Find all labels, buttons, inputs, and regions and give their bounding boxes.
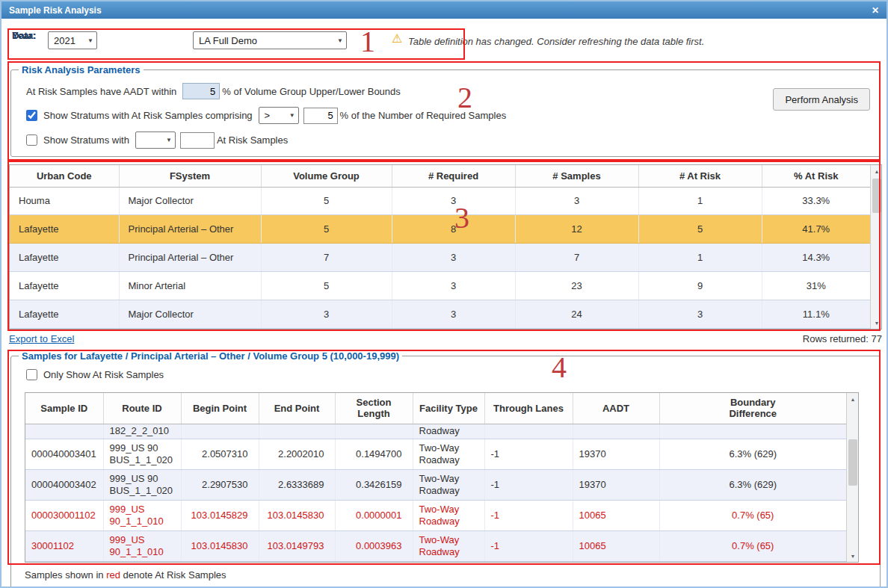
aadt-threshold-row: At Risk Samples have AADT within % of Vo… xyxy=(26,83,872,99)
stratum-scrollbar-thumb[interactable] xyxy=(872,179,881,213)
samples-column-header: Section Length xyxy=(335,393,413,424)
stratum-cell: 7 xyxy=(515,244,638,272)
aadt-threshold-input[interactable] xyxy=(182,83,220,99)
samples-row: 182_2_2_010Roadway xyxy=(25,424,846,439)
rows-returned-label: Rows returned: 77 xyxy=(803,333,882,344)
stratum-table-container: Urban CodeFSystemVolume Group# Required#… xyxy=(9,164,882,329)
samples-column-header: Boundary Difference xyxy=(659,393,846,424)
stratum-percent-operator-select[interactable]: > ▼ xyxy=(259,107,299,124)
samples-cell xyxy=(25,561,103,563)
scroll-down-icon[interactable]: ▼ xyxy=(847,550,859,562)
stratum-cell: 3 xyxy=(392,244,515,272)
samples-cell: -1 xyxy=(484,500,573,530)
samples-column-header-label: AADT xyxy=(602,403,629,414)
warning-text: Table definition has changed. Consider r… xyxy=(408,36,704,47)
scroll-up-icon[interactable]: ▲ xyxy=(847,393,859,405)
samples-cell: Two-Way Roadway xyxy=(413,439,484,469)
stratum-cell: 41.7% xyxy=(762,215,870,244)
samples-cell xyxy=(335,424,413,439)
stratum-percent-operator-value: > xyxy=(265,110,271,121)
stratum-column-header-label: FSystem xyxy=(170,170,210,182)
stratum-column-header-label: # At Risk xyxy=(679,170,721,182)
perform-analysis-button[interactable]: Perform Analysis xyxy=(773,88,870,111)
samples-cell: 6.3% (629) xyxy=(659,469,846,500)
samples-cell: 103.0145829 xyxy=(181,500,259,530)
scroll-up-icon[interactable]: ▲ xyxy=(871,165,882,177)
samples-cell: 0.0003963 xyxy=(335,530,413,561)
export-to-excel-link[interactable]: Export to Excel xyxy=(9,333,74,344)
samples-cell: 19370 xyxy=(573,469,659,500)
stratum-scrollbar[interactable]: ▲ ▼ xyxy=(870,165,882,329)
aadt-suffix-label: % of Volume Group Upper/Lower Bounds xyxy=(222,86,400,97)
samples-column-header: End Point xyxy=(259,393,335,424)
samples-cell: 999_US 90 BUS_1_1_020 xyxy=(103,439,181,469)
samples-cell: Roadway xyxy=(413,424,484,439)
stratum-row[interactable]: LafayettePrincipal Arterial – Other73711… xyxy=(10,244,870,272)
year-select-value: 2021 xyxy=(54,35,75,46)
samples-cell: 103.0145830 xyxy=(259,500,335,530)
samples-cell: 999_US 90_1_1_010 xyxy=(103,500,181,530)
year-select[interactable]: 2021 ▼ xyxy=(48,31,97,49)
samples-table-body: 182_2_2_010Roadway000040003401999_US 90 … xyxy=(25,424,846,563)
only-at-risk-checkbox[interactable] xyxy=(26,369,37,380)
stratum-cell: 3 xyxy=(515,187,638,215)
stratum-row[interactable]: HoumaMajor Collector533133.3% xyxy=(10,187,870,215)
stratum-cell: Principal Arterial – Other xyxy=(119,244,261,272)
samples-cell: 0.1494700 xyxy=(335,439,413,469)
stratum-cell: 12 xyxy=(515,215,638,244)
stratum-cell: 23 xyxy=(515,272,638,300)
stratum-column-header: Volume Group xyxy=(261,165,392,187)
samples-cell: 10065 xyxy=(573,500,659,530)
chevron-down-icon: ▼ xyxy=(87,37,93,44)
stratum-row[interactable]: LafayettePrincipal Arterial – Other58125… xyxy=(10,215,870,244)
stratum-cell: 31% xyxy=(762,272,870,300)
samples-table: Sample IDRoute IDBegin PointEnd PointSec… xyxy=(25,393,846,563)
samples-cell: 103.0149793 xyxy=(259,530,335,561)
samples-scrollbar[interactable]: ▲ ▼ xyxy=(846,393,859,562)
data-select[interactable]: LA Full Demo ▼ xyxy=(193,31,347,49)
stratum-cell: 3 xyxy=(392,300,515,329)
samples-column-header-label: Facility Type xyxy=(419,403,478,414)
samples-cell: Two-Way Roadway xyxy=(413,500,484,530)
stratum-column-header: Urban Code xyxy=(10,165,119,187)
stratum-cell: Minor Arterial xyxy=(119,272,261,300)
stratum-count-prefix-label: Show Stratums with xyxy=(43,134,129,146)
samples-header-row: Sample IDRoute IDBegin PointEnd PointSec… xyxy=(25,393,846,424)
samples-column-header: Begin Point xyxy=(181,393,259,424)
samples-cell: 10065 xyxy=(573,530,659,561)
samples-cell: 000040003402 xyxy=(25,469,103,500)
stratum-row[interactable]: LafayetteMinor Arterial5323931% xyxy=(10,272,870,300)
samples-cell: 2.2002010 xyxy=(259,439,335,469)
samples-cell: 999_US 90 BUS_1_1_020 xyxy=(103,469,181,500)
samples-column-header-label: Through Lanes xyxy=(493,403,564,414)
stratum-cell: 7 xyxy=(261,244,392,272)
sample-risk-analysis-dialog: Sample Risk Analysis ✕ Year: 2021 ▼ Data… xyxy=(0,0,888,588)
stratum-row[interactable]: LafayetteMajor Collector3324311.1% xyxy=(10,300,870,329)
title-bar: Sample Risk Analysis ✕ xyxy=(1,1,887,19)
stratum-count-input[interactable] xyxy=(180,132,215,149)
stratum-cell: 11.1% xyxy=(762,300,870,329)
samples-cell xyxy=(573,424,659,439)
stratum-percent-row: Show Stratums with At Risk Samples compr… xyxy=(26,107,872,124)
window-title: Sample Risk Analysis xyxy=(9,5,102,16)
samples-row: 999_USTwo-Way xyxy=(25,561,846,563)
samples-row: 000040003402999_US 90 BUS_1_1_0202.29075… xyxy=(25,469,846,500)
close-icon[interactable]: ✕ xyxy=(872,5,879,16)
stratum-percent-checkbox[interactable] xyxy=(26,110,37,121)
scroll-down-icon[interactable]: ▼ xyxy=(871,317,882,329)
samples-cell: 0.7% (65) xyxy=(659,500,846,530)
stratum-count-operator-select[interactable]: ▼ xyxy=(135,131,176,149)
stratum-cell: 24 xyxy=(515,300,638,329)
samples-column-header: Route ID xyxy=(103,393,181,424)
stratum-column-header-label: # Required xyxy=(428,170,478,182)
stratum-cell: 1 xyxy=(638,244,762,272)
stratum-column-header: FSystem xyxy=(119,165,261,187)
samples-scrollbar-thumb[interactable] xyxy=(848,439,857,486)
stratum-count-checkbox[interactable] xyxy=(26,134,37,146)
stratum-percent-input[interactable] xyxy=(303,108,338,124)
stratum-cell: Major Collector xyxy=(119,187,261,215)
samples-table-container: Sample IDRoute IDBegin PointEnd PointSec… xyxy=(25,392,859,563)
stratum-cell: 1 xyxy=(638,187,762,215)
samples-cell: -1 xyxy=(484,439,573,469)
samples-cell: 19370 xyxy=(573,439,659,469)
